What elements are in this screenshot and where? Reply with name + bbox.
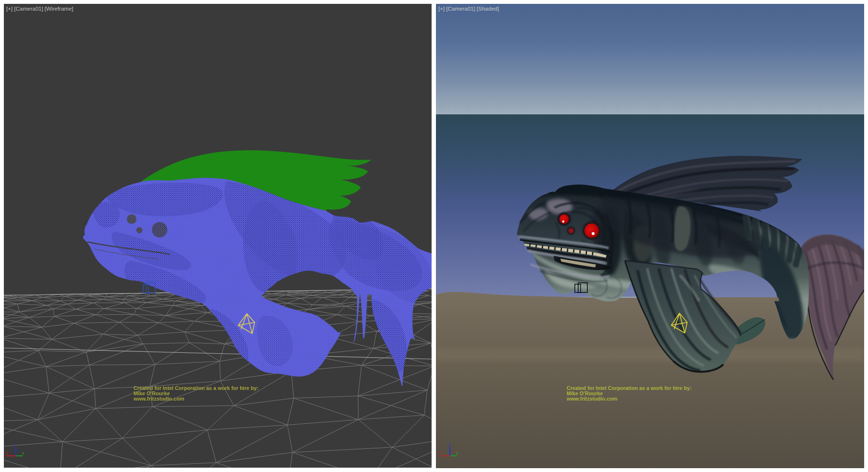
svg-text:x: x bbox=[6, 450, 8, 455]
svg-text:[+] [Camera01] [Shaded]: [+] [Camera01] [Shaded] bbox=[438, 6, 499, 12]
svg-text:x: x bbox=[440, 450, 442, 455]
svg-text:z: z bbox=[448, 443, 451, 447]
svg-text:www.fritzstudio.com: www.fritzstudio.com bbox=[566, 396, 617, 402]
svg-text:www.fritzstudio.com: www.fritzstudio.com bbox=[133, 396, 184, 402]
svg-text:[+] [Camera01] [Wireframe]: [+] [Camera01] [Wireframe] bbox=[6, 6, 73, 12]
svg-text:y: y bbox=[22, 450, 25, 455]
svg-text:y: y bbox=[456, 450, 459, 455]
svg-text:z: z bbox=[14, 443, 17, 447]
